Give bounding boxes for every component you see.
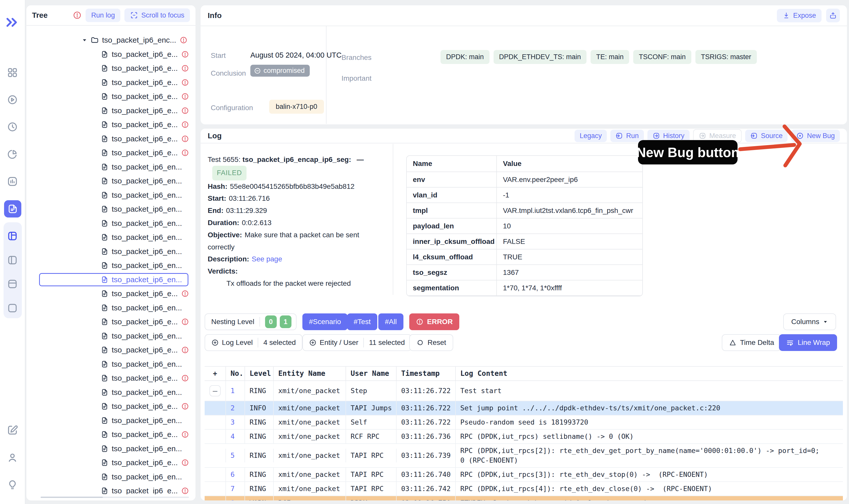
tree-item[interactable]: tso_packet_ip6_en... xyxy=(26,258,195,273)
expose-button[interactable]: Expose xyxy=(777,9,821,22)
warning-icon xyxy=(181,135,189,143)
layout-split-left-active-icon[interactable] xyxy=(7,230,18,241)
layout-split-left-icon[interactable] xyxy=(7,254,18,266)
tree-item-label: tso_packet_ip6_e... xyxy=(112,486,178,494)
tree-item[interactable]: tso_packet_ip6_en... xyxy=(26,245,195,258)
history-icon[interactable] xyxy=(7,121,18,132)
log-row[interactable]: 3 RING xmit/one_packet Self 03:11:26.722… xyxy=(205,415,843,430)
tree-item[interactable]: tso_packet_ip6_en... xyxy=(26,202,195,216)
tree-item[interactable]: tso_packet_ip6_e... xyxy=(26,90,195,104)
configuration-badge[interactable]: balin-x710-p0 xyxy=(269,100,324,114)
tree-item[interactable]: tso_packet_ip6_en... xyxy=(26,230,195,245)
test-detail-line: Duration:0:0:2.613 xyxy=(208,217,385,229)
log-row[interactable]: 8 WARN RCF DPDK 03:11:26.750 ETHDEV: Dev… xyxy=(205,496,843,501)
log-row[interactable]: – 1 RING xmit/one_packet Step 03:11:26.7… xyxy=(205,381,843,401)
tree-item[interactable]: tso_packet_ip6_e... xyxy=(26,132,195,146)
line-wrap-button[interactable]: Line Wrap xyxy=(779,334,837,351)
user-icon[interactable] xyxy=(6,452,18,464)
measurements-icon[interactable] xyxy=(7,176,18,187)
chevron-down-icon xyxy=(823,319,828,324)
log-view-icon[interactable] xyxy=(4,200,21,217)
conclusion-badge: compromised xyxy=(250,65,310,77)
error-filter-button[interactable]: ERROR xyxy=(409,313,459,330)
tree-item[interactable]: tso_packet_ip6_e... xyxy=(26,456,195,470)
log-level-filter[interactable]: Log Level 4 selected xyxy=(205,334,302,351)
tree-item[interactable]: tso_packet_ip6_enc... xyxy=(26,33,195,48)
warning-icon xyxy=(181,51,189,58)
compose-icon[interactable] xyxy=(6,424,18,436)
run-button[interactable]: Run xyxy=(611,130,644,142)
tree-item[interactable]: tso_packet_ip6_en... xyxy=(26,357,195,371)
tree-item[interactable]: tso_packet_ip6_e... xyxy=(26,146,195,160)
time-delta-button[interactable]: Time Delta xyxy=(722,334,781,351)
warning-icon xyxy=(181,487,189,494)
entity-user-filter[interactable]: Entity / User 11 selected xyxy=(302,334,411,351)
scroll-to-focus-button[interactable]: Scroll to focus xyxy=(124,8,190,22)
tree-item[interactable]: tso_packet_ip6_e... xyxy=(26,47,195,61)
log-row[interactable]: 4 RING xmit/one_packet RCF RPC 03:11:26.… xyxy=(205,430,843,444)
tree-item[interactable]: tso_packet_ip6_e... xyxy=(26,399,195,414)
log-row[interactable]: 2 INFO xmit/one_packet TAPI Jumps 03:11:… xyxy=(205,401,843,415)
log-row[interactable]: 7 RING xmit/one_packet TAPI RPC 03:11:26… xyxy=(205,482,843,496)
tree-item[interactable]: tso_packet_ip6_en... xyxy=(26,174,195,188)
tree-item[interactable]: tso_packet_ip6_en... xyxy=(26,442,195,456)
source-button[interactable]: Source xyxy=(745,130,788,142)
warning-icon xyxy=(181,79,189,86)
app-logo-icon[interactable] xyxy=(6,17,19,28)
log-row[interactable]: 5 RING xmit/one_packet TAPI RPC 03:11:26… xyxy=(205,444,843,468)
tree-item[interactable]: tso_packet_ip6_e... xyxy=(26,315,195,329)
tree-item[interactable]: tso_packet_ip6_en... xyxy=(26,470,195,484)
runs-icon[interactable] xyxy=(7,94,18,105)
pie-chart-icon[interactable] xyxy=(7,149,18,160)
tree-item[interactable]: tso_packet_ip6_e... xyxy=(26,104,195,118)
tree-item-label: tso_packet_ip6_en... xyxy=(112,472,182,481)
tree-item-label: tso_packet_ip6_en... xyxy=(112,191,182,199)
tag-scenario-button[interactable]: #Scenario xyxy=(302,313,348,330)
columns-button[interactable]: Columns xyxy=(783,313,836,330)
params-value-header: Value xyxy=(497,156,642,172)
tree-item[interactable]: tso_packet_ip6_e... xyxy=(26,287,195,301)
collapse-button[interactable]: – xyxy=(210,385,220,396)
layout-split-top-icon[interactable] xyxy=(7,278,18,290)
tree-item[interactable]: tso_packet_ip6_en... xyxy=(26,160,195,174)
tree-item[interactable]: tso_packet_ip6_e... xyxy=(26,371,195,385)
nesting-level-chip[interactable]: 1 xyxy=(280,316,291,328)
tag-all-button[interactable]: #All xyxy=(378,313,403,330)
dashboard-icon[interactable] xyxy=(7,67,18,78)
reset-button[interactable]: Reset xyxy=(409,334,453,351)
tree-item[interactable]: tso_packet_ip6_en... xyxy=(26,329,195,343)
tree-horizontal-scrollbar[interactable] xyxy=(41,497,189,498)
file-icon xyxy=(101,248,109,255)
tree-item[interactable]: tso_packet_ip6_en... xyxy=(26,273,195,287)
tree-item[interactable]: tso_packet_ip6_en... xyxy=(26,385,195,399)
tree-item[interactable]: tso_packet_ip6_e... xyxy=(26,61,195,76)
nesting-level-chip[interactable]: 0 xyxy=(265,316,277,328)
reset-icon xyxy=(417,339,424,346)
tree-item[interactable]: tso_packet_ip6_e... xyxy=(26,75,195,90)
tree-item[interactable]: tso_packet_ip6_e... xyxy=(26,118,195,132)
log-table: + No. Level Entity Name User Name Timest… xyxy=(205,366,843,501)
tree-item[interactable]: tso_packet_ip6_en... xyxy=(26,188,195,202)
share-button[interactable] xyxy=(826,8,840,22)
tag-test-button[interactable]: #Test xyxy=(347,313,377,330)
tree-item[interactable]: tso_packet_ip6_en... xyxy=(26,301,195,315)
tree-item-label: tso_packet_ip6_e... xyxy=(112,430,178,439)
minus-circle-icon xyxy=(254,67,261,74)
caret-down-icon[interactable] xyxy=(82,37,87,43)
tree-item[interactable]: tso_packet_ip6_e... xyxy=(26,343,195,357)
tree-item[interactable]: tso_packet_ip4_enc... xyxy=(26,31,195,33)
run-log-button[interactable]: Run log xyxy=(86,8,120,22)
box-arrow-icon xyxy=(750,132,758,140)
tree-item[interactable]: tso_packet_ip6_en... xyxy=(26,216,195,230)
legacy-button[interactable]: Legacy xyxy=(574,130,607,142)
info-divider xyxy=(326,26,326,124)
log-row[interactable]: 6 RING xmit/one_packet TAPI RPC 03:11:26… xyxy=(205,468,843,482)
warning-icon xyxy=(181,459,189,466)
idea-bulb-icon[interactable] xyxy=(7,479,18,490)
tree-item[interactable]: tso_packet_ip6_e... xyxy=(26,428,195,442)
layout-single-icon[interactable] xyxy=(7,303,18,314)
tree-item[interactable]: tso_packet_ip6_en... xyxy=(26,413,195,428)
tree-item[interactable]: tso_packet_ip6_e... xyxy=(26,484,195,494)
new-bug-button[interactable]: New Bug xyxy=(791,130,840,142)
col-content: Log Content xyxy=(455,367,843,380)
